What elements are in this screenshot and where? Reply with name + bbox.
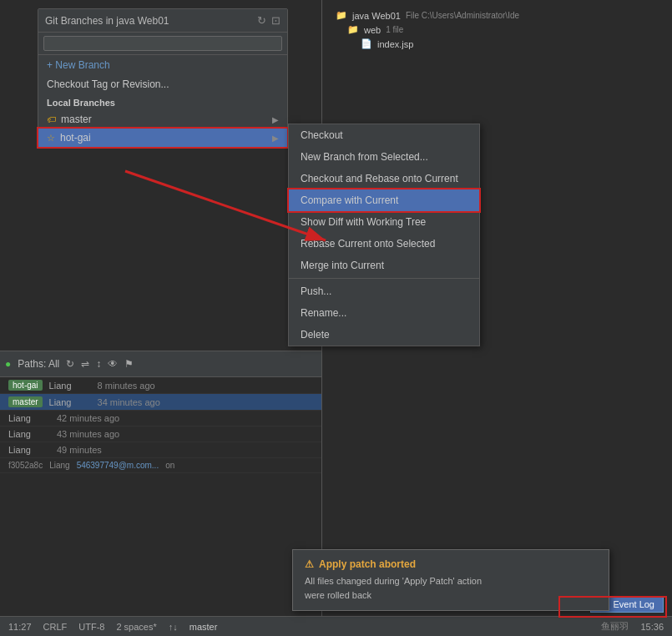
line-ending[interactable]: CRLF (43, 622, 68, 632)
bottom-right: 鱼丽羽 15:36 (601, 620, 664, 633)
username-bottom: 鱼丽羽 (601, 620, 629, 633)
log-author: Liang (49, 397, 91, 407)
star-icon-hot-gai: ☆ (47, 133, 55, 144)
ctx-rename[interactable]: Rename... (289, 302, 479, 324)
notification-title-text: Apply patch aborted (319, 558, 416, 570)
ctx-new-branch[interactable]: New Branch from Selected... (289, 146, 479, 168)
refresh-icon[interactable]: ↻ (257, 14, 266, 27)
commit-author: Liang (49, 461, 69, 470)
bottom-bar: 11:27 CRLF UTF-8 2 spaces* ↑↓ master 鱼丽羽… (0, 616, 672, 636)
arrows-toolbar-icon[interactable]: ⇌ (81, 358, 89, 370)
checkout-tag-item[interactable]: Checkout Tag or Revision... (38, 75, 287, 93)
arrow-right-master: ▶ (272, 115, 279, 124)
flag-toolbar-icon[interactable]: ⚑ (124, 358, 134, 370)
branch-item-master[interactable]: 🏷 master ▶ (38, 110, 287, 129)
context-menu: Checkout New Branch from Selected... Che… (288, 124, 480, 346)
web-folder-item[interactable]: 📁 web 1 file (331, 23, 664, 37)
branch-item-hot-gai[interactable]: ☆ hot-gai ▶ (38, 129, 287, 147)
folder-icon-web: 📁 (347, 24, 359, 35)
folder-icon-java: 📁 (336, 10, 347, 21)
log-time: 42 minutes ago (57, 413, 132, 423)
java-web01-label: java Web01 (352, 11, 401, 21)
index-jsp-item[interactable]: 📄 index.jsp (331, 37, 664, 51)
ctx-checkout-rebase[interactable]: Checkout and Rebase onto Current (289, 168, 479, 189)
commit-hash: f3052a8c (8, 461, 43, 470)
indent-display[interactable]: 2 spaces* (116, 622, 156, 632)
notification-title: ⚠ Apply patch aborted (305, 558, 597, 570)
notification-body: All files changed during 'Apply Patch' a… (305, 574, 597, 602)
dot-indicator: ● (5, 358, 11, 370)
branch-name-master: master (61, 114, 92, 125)
local-branches-label: Local Branches (38, 93, 287, 110)
log-author: Liang (49, 381, 91, 391)
ctx-merge[interactable]: Merge into Current (289, 255, 479, 276)
index-jsp-name: index.jsp (377, 39, 413, 49)
ctx-checkout[interactable]: Checkout (289, 124, 479, 146)
new-branch-button[interactable]: + New Branch (38, 55, 287, 75)
ctx-separator-1 (289, 278, 479, 279)
branch-name-hot-gai: hot-gai (60, 132, 91, 144)
log-time: 8 minutes ago (98, 381, 173, 391)
java-web01-path: File C:\Users\Administrator\Ide (406, 11, 519, 20)
current-branch-bottom[interactable]: master (189, 622, 218, 632)
search-bar (38, 33, 287, 55)
log-time: 43 minutes ago (57, 429, 132, 439)
refresh-toolbar-icon[interactable]: ↻ (66, 358, 74, 370)
web-label: web (364, 25, 381, 35)
branch-left-master: 🏷 master (47, 114, 92, 125)
branch-tag-hot-gai: hot-gai (8, 380, 43, 391)
log-time: 49 minutes (57, 445, 132, 455)
ctx-delete[interactable]: Delete (289, 324, 479, 346)
updown-toolbar-icon[interactable]: ↕ (96, 358, 101, 370)
ctx-show-diff[interactable]: Show Diff with Working Tree (289, 211, 479, 233)
ctx-push[interactable]: Push... (289, 280, 479, 302)
branch-tag-master: master (8, 396, 43, 407)
charset-display[interactable]: UTF-8 (78, 622, 104, 632)
log-time: 34 minutes ago (98, 397, 173, 407)
ctx-compare-current[interactable]: Compare with Current (289, 189, 479, 211)
panel-title-bar: Git Branches in java Web01 ↻ ⊡ (38, 9, 287, 33)
file-count: 1 file (386, 25, 403, 34)
git-branches-panel: Git Branches in java Web01 ↻ ⊡ + New Bra… (38, 8, 288, 148)
commit-email[interactable]: 546397749@m.com... (77, 461, 159, 470)
search-input[interactable] (43, 36, 282, 51)
arrow-right-hot-gai: ▶ (272, 134, 279, 143)
clock-display: 15:36 (640, 622, 664, 632)
commit-suffix: on (165, 461, 174, 470)
branch-left-hot-gai: ☆ hot-gai (47, 132, 91, 144)
panel-title: Git Branches in java Web01 (45, 15, 169, 27)
eye-toolbar-icon[interactable]: 👁 (108, 358, 118, 370)
vcs-arrows[interactable]: ↑↓ (169, 622, 178, 632)
log-author: Liang (8, 445, 50, 455)
panel-title-icons: ↻ ⊡ (257, 14, 280, 27)
warning-icon: ⚠ (305, 558, 314, 570)
right-panel-content: 📁 java Web01 File C:\Users\Administrator… (322, 0, 672, 59)
log-author: Liang (8, 429, 50, 439)
bottom-left: 11:27 CRLF UTF-8 2 spaces* ↑↓ master (8, 622, 217, 632)
notification-popup: ⚠ Apply patch aborted All files changed … (292, 549, 609, 611)
ctx-rebase-current[interactable]: Rebase Current onto Selected (289, 233, 479, 255)
file-icon-jsp: 📄 (361, 38, 372, 49)
settings-icon[interactable]: ⊡ (271, 14, 280, 27)
java-web01-item[interactable]: 📁 java Web01 File C:\Users\Administrator… (331, 8, 664, 23)
tag-icon-master: 🏷 (47, 114, 56, 124)
time-display: 11:27 (8, 622, 32, 632)
event-log-label: Event Log (613, 599, 654, 609)
paths-label[interactable]: Paths: All (18, 358, 59, 370)
log-author: Liang (8, 413, 50, 423)
